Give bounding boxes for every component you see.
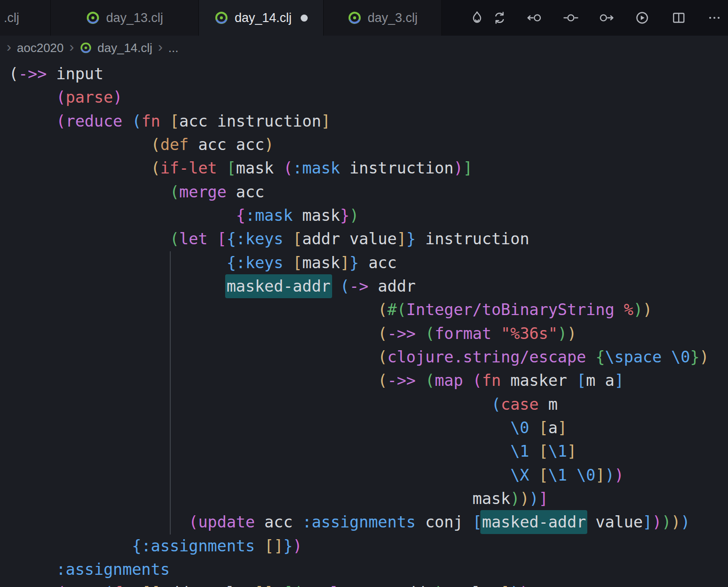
code-token[interactable]: update — [198, 513, 255, 531]
code-token[interactable]: m — [538, 395, 557, 414]
code-token[interactable]: ] — [501, 584, 510, 587]
code-token[interactable]: ) — [349, 206, 359, 225]
code-token[interactable]: ] — [614, 371, 624, 390]
code-token[interactable]: [ — [538, 466, 548, 484]
code-token[interactable]: :assignments — [141, 537, 255, 555]
code-token[interactable]: reduce — [66, 112, 122, 130]
code-token[interactable]: ] — [274, 537, 283, 555]
code-token[interactable]: instruction — [340, 159, 454, 177]
code-token[interactable]: ] — [321, 112, 331, 130]
code-line[interactable]: {:assignments []}) — [9, 534, 728, 558]
code-token[interactable]: ) — [699, 348, 709, 366]
circle-arrow-right-icon[interactable] — [599, 10, 614, 26]
code-token[interactable]: \1 — [510, 442, 529, 460]
code-token[interactable]: ) — [652, 513, 662, 531]
code-token[interactable]: ) — [614, 466, 624, 484]
tab-day-14[interactable]: day_14.clj — [199, 0, 324, 36]
code-token[interactable]: ]] — [255, 584, 273, 587]
code-line[interactable]: \0 [a] — [9, 416, 728, 440]
code-token[interactable]: ) — [510, 584, 520, 587]
code-line[interactable]: (def acc acc) — [9, 133, 728, 157]
code-token[interactable] — [9, 584, 56, 587]
code-line[interactable]: (#(Integer/toBinaryString %)) — [9, 298, 728, 322]
code-line[interactable]: :assignments — [9, 558, 728, 581]
code-token[interactable]: ] — [340, 254, 349, 272]
code-line[interactable]: (reduce (fn [acc instruction] — [9, 110, 728, 133]
code-line[interactable]: {:mask mask}) — [9, 204, 728, 227]
code-token[interactable]: ( — [378, 371, 387, 390]
code-token[interactable]: merge — [179, 183, 227, 201]
highlighted-symbol[interactable]: masked-addr — [225, 274, 332, 298]
code-token[interactable] — [132, 584, 141, 587]
code-token[interactable]: apply — [302, 584, 349, 587]
code-line[interactable]: mask)))] — [9, 487, 728, 511]
code-token[interactable]: mask — [472, 489, 510, 508]
code-token[interactable]: [ — [170, 112, 179, 130]
code-token[interactable] — [529, 442, 538, 460]
code-token[interactable] — [614, 301, 624, 319]
code-token[interactable] — [255, 537, 264, 555]
code-line[interactable]: (if-let [mask (:mask instruction)] — [9, 157, 728, 180]
code-token[interactable]: m a — [586, 371, 614, 390]
code-line[interactable]: {:keys [mask]} acc — [9, 251, 728, 275]
code-token[interactable]: [ — [217, 230, 227, 248]
code-token[interactable] — [9, 442, 510, 460]
code-token[interactable]: ( — [9, 65, 18, 83]
code-token[interactable]: [ — [227, 159, 236, 177]
code-token[interactable]: ( — [283, 159, 293, 177]
code-token[interactable]: ( — [56, 88, 66, 106]
code-token[interactable]: [ — [293, 254, 302, 272]
code-token[interactable]: ] — [397, 230, 406, 248]
code-token[interactable]: ( — [170, 183, 179, 201]
code-token[interactable]: map — [435, 371, 463, 390]
code-token[interactable]: ] — [558, 419, 567, 437]
code-token[interactable]: ) — [510, 489, 520, 508]
code-line[interactable]: (parse) — [9, 86, 728, 109]
code-token[interactable]: ) — [671, 513, 681, 531]
code-token[interactable]: #( — [387, 301, 406, 319]
code-token[interactable]: ) — [520, 489, 529, 508]
code-token[interactable]: input — [47, 65, 104, 83]
code-token[interactable]: Integer/toBinaryString — [406, 301, 614, 319]
code-token[interactable]: mask — [236, 159, 283, 177]
code-line[interactable]: (let [{:keys [addr value]} instruction — [9, 227, 728, 251]
code-token[interactable]: } — [340, 206, 349, 225]
circle-dash-icon[interactable] — [563, 10, 579, 26]
code-line[interactable]: (case m — [9, 393, 728, 416]
code-token[interactable]: if-let — [160, 159, 217, 177]
code-token[interactable]: ( — [378, 324, 387, 343]
code-token[interactable]: ( — [104, 584, 113, 587]
code-token[interactable]: :assignments — [302, 513, 416, 531]
code-token[interactable]: ) — [681, 513, 690, 531]
code-token[interactable] — [9, 489, 472, 508]
code-token[interactable] — [9, 135, 151, 154]
code-token[interactable] — [529, 419, 538, 437]
code-token[interactable] — [9, 419, 510, 437]
code-token[interactable] — [463, 371, 472, 390]
code-line[interactable]: (clojure.string/escape {\space \0}) — [9, 346, 728, 369]
code-token[interactable]: ) — [265, 135, 274, 154]
breadcrumb-item-symbol[interactable]: ... — [168, 41, 179, 55]
code-token[interactable] — [283, 230, 293, 248]
run-circle-icon[interactable] — [634, 10, 650, 26]
code-token[interactable]: ( — [189, 513, 198, 531]
flame-icon[interactable] — [469, 10, 485, 26]
code-token[interactable] — [586, 348, 595, 366]
code-token[interactable] — [9, 466, 510, 484]
code-token[interactable]: ( — [425, 371, 434, 390]
code-token[interactable]: addr — [368, 277, 416, 295]
code-token[interactable] — [9, 301, 378, 319]
code-token[interactable]: ) — [633, 301, 643, 319]
code-token[interactable] — [662, 348, 671, 366]
code-token[interactable] — [9, 537, 132, 555]
breadcrumb-item-file[interactable]: day_14.clj — [98, 41, 152, 55]
code-token[interactable]: format — [435, 324, 492, 343]
code-token[interactable] — [9, 159, 151, 177]
code-token[interactable]: map — [66, 584, 94, 587]
code-token[interactable]: acc — [359, 254, 397, 272]
code-token[interactable]: acc — [255, 513, 302, 531]
code-token[interactable]: } — [283, 537, 293, 555]
code-token[interactable]: addr value — [160, 584, 255, 587]
code-token[interactable] — [529, 466, 538, 484]
code-token[interactable]: [ — [576, 371, 586, 390]
